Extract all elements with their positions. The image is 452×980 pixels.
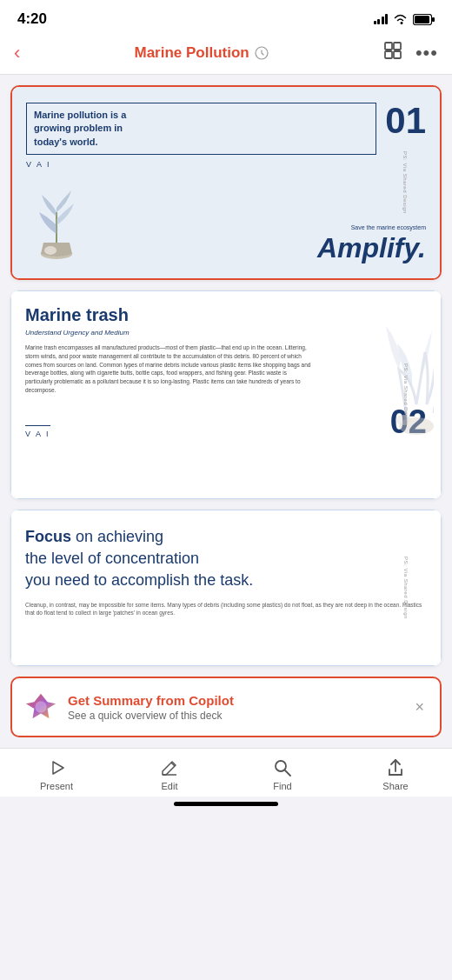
svg-rect-7 [394, 51, 401, 58]
present-icon [46, 757, 67, 778]
slide-3-side-label: PS: Via Shared Design [403, 557, 409, 619]
edit-icon [159, 757, 180, 778]
share-icon [385, 757, 406, 778]
slide-3-title-bold: Focus [25, 528, 71, 545]
slide-1-plant-icon [26, 186, 87, 264]
slide-1-inner: Marine pollution is agrowing problem int… [12, 87, 440, 278]
slide-1-side-label: PS: Via Shared Design [402, 151, 408, 214]
nav-find-label: Find [273, 781, 291, 791]
svg-point-16 [276, 761, 286, 771]
slide-1-card[interactable]: Marine pollution is agrowing problem int… [10, 85, 442, 280]
more-button[interactable]: ••• [415, 42, 438, 64]
svg-rect-6 [385, 51, 392, 58]
copilot-icon [24, 690, 57, 723]
svg-rect-1 [432, 17, 435, 22]
slide-1-amplify: Amplify. [317, 232, 426, 264]
slide-1-headline: Marine pollution is agrowing problem int… [26, 103, 376, 155]
status-time: 4:20 [17, 10, 47, 28]
copilot-banner[interactable]: Get Summary from Copilot See a quick ove… [10, 677, 442, 737]
scroll-area: Marine pollution is agrowing problem int… [0, 75, 452, 666]
home-indicator [174, 802, 278, 806]
nav-share-label: Share [382, 781, 408, 791]
layout-button[interactable] [382, 40, 403, 65]
nav-title: Marine Pollution [134, 44, 268, 62]
nav-share-button[interactable]: Share [339, 757, 452, 791]
bottom-nav: Present Edit Find Share [0, 748, 452, 797]
signal-icon [374, 14, 389, 24]
copilot-subtitle: See a quick overview of this deck [68, 710, 401, 722]
slide-2-body: Marine trash encompasses all manufacture… [25, 343, 315, 395]
back-button[interactable]: ‹ [14, 42, 20, 64]
nav-edit-label: Edit [162, 781, 178, 791]
nav-present-button[interactable]: Present [0, 757, 113, 791]
nav-bar: ‹ Marine Pollution ••• [0, 33, 452, 75]
slide-2-card[interactable]: Marine trash Understand Urgency and Medi… [10, 290, 442, 499]
slide-2-coral-icon [364, 300, 434, 439]
svg-rect-2 [415, 16, 429, 23]
copilot-title-post: from Copilot [153, 693, 234, 708]
slide-2-inner: Marine trash Understand Urgency and Medi… [10, 290, 442, 499]
copilot-close-button[interactable]: × [411, 695, 428, 720]
svg-line-17 [285, 770, 290, 776]
find-icon [272, 757, 293, 778]
slide-2-vai: V A I [25, 425, 50, 438]
slide-1-bottom: Save the marine ecosystem Amplify. [26, 177, 426, 264]
slide-3-body: Cleanup, in contrast, may be impossible … [25, 601, 427, 618]
copilot-title-highlight: Summary [93, 693, 152, 708]
slide-2-side-label: PS: Via Shared Design [403, 363, 409, 426]
copilot-title: Get Summary from Copilot [68, 693, 401, 708]
nav-title-text: Marine Pollution [134, 44, 249, 62]
status-icons [374, 14, 435, 25]
nav-actions: ••• [382, 40, 438, 65]
slide-1-vai: V A I [26, 160, 376, 169]
nav-edit-button[interactable]: Edit [113, 757, 226, 791]
nav-find-button[interactable]: Find [226, 757, 339, 791]
slide-1-save-text: Save the marine ecosystem [317, 224, 426, 230]
wifi-icon [393, 14, 408, 25]
svg-point-13 [35, 701, 46, 712]
copilot-text: Get Summary from Copilot See a quick ove… [68, 693, 401, 722]
svg-point-10 [44, 246, 56, 255]
svg-rect-4 [385, 43, 392, 50]
slide-1-amplify-block: Save the marine ecosystem Amplify. [317, 224, 426, 264]
nav-present-label: Present [40, 781, 73, 791]
battery-icon [413, 14, 435, 25]
slide-1-number: 01 [385, 103, 426, 139]
status-bar: 4:20 [0, 0, 452, 33]
nav-title-icon [255, 46, 269, 60]
copilot-title-pre: Get [68, 693, 93, 708]
slide-1-top: Marine pollution is agrowing problem int… [26, 103, 426, 169]
slide-3-title: Focus on achievingthe level of concentra… [25, 526, 427, 592]
svg-marker-14 [53, 762, 63, 774]
slide-3-inner: Focus on achievingthe level of concentra… [10, 510, 442, 666]
svg-rect-5 [394, 43, 401, 50]
slide-1-text-block: Marine pollution is agrowing problem int… [26, 103, 376, 169]
slide-3-card[interactable]: Focus on achievingthe level of concentra… [10, 510, 442, 666]
